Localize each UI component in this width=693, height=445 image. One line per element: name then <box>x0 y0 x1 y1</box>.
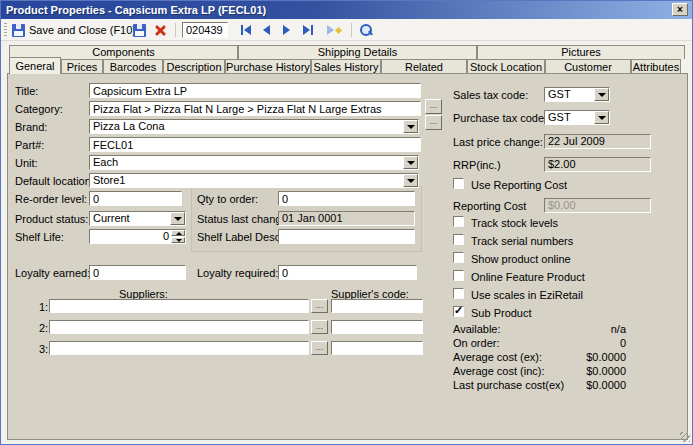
tab-general[interactable]: General <box>9 57 61 74</box>
save-and-close-button[interactable]: Save and Close (F10) <box>9 21 139 39</box>
record-number-input[interactable] <box>182 22 228 38</box>
search-icon <box>359 23 373 37</box>
tab-description[interactable]: Description <box>163 59 225 74</box>
save-icon <box>133 24 146 37</box>
first-record-button[interactable] <box>241 23 251 37</box>
supplier-3-browse-button[interactable]: ... <box>311 341 328 355</box>
average-cost-inc-label: Average cost (inc): <box>453 365 545 377</box>
next-record-button[interactable] <box>283 23 290 37</box>
tab-related-products[interactable]: Related Products <box>381 59 467 74</box>
loyalty-earned-label: Loyalty earned: <box>15 267 90 279</box>
brand-browse-button[interactable]: ... <box>425 115 442 130</box>
close-icon[interactable]: × <box>672 3 688 16</box>
online-feature-product-label: Online Feature Product <box>471 271 585 283</box>
last-price-change-value: 22 Jul 2009 <box>544 134 651 149</box>
chevron-down-icon[interactable] <box>594 111 609 124</box>
spinner-buttons[interactable] <box>171 230 185 243</box>
status-last-changed-value: 01 Jan 0001 <box>278 211 415 226</box>
checkmark-icon: ✓ <box>454 304 463 317</box>
supplier-1-number: 1: <box>39 301 48 313</box>
sales-tax-code-select[interactable]: GST <box>544 87 610 102</box>
loyalty-required-input[interactable] <box>278 265 417 280</box>
spin-down-icon <box>171 237 185 243</box>
supplier-2-browse-button[interactable]: ... <box>311 320 328 334</box>
average-cost-ex-label: Average cost (ex): <box>453 351 542 363</box>
delete-button[interactable] <box>151 21 170 39</box>
chevron-down-icon[interactable] <box>403 174 418 187</box>
save-icon <box>12 24 25 37</box>
online-feature-product-checkbox[interactable] <box>453 270 464 281</box>
qty-to-order-input[interactable] <box>278 191 415 206</box>
tab-prices[interactable]: Prices <box>61 59 103 74</box>
tab-strip-main: General Prices Barcodes Description Purc… <box>9 58 681 74</box>
chevron-down-icon[interactable] <box>403 120 418 133</box>
tab-stock-location[interactable]: Stock Location <box>467 59 545 74</box>
supplier-1-input[interactable] <box>49 299 309 313</box>
brand-label: Brand: <box>15 121 47 133</box>
tab-shipping-details[interactable]: Shipping Details <box>238 45 477 59</box>
last-record-button[interactable] <box>303 23 313 37</box>
title-input[interactable] <box>89 83 421 98</box>
default-location-select[interactable]: Store1 <box>89 173 419 188</box>
on-order-label: On order: <box>453 337 499 349</box>
loyalty-earned-input[interactable] <box>89 265 186 280</box>
search-button[interactable] <box>356 21 376 39</box>
part-number-label: Part#: <box>15 139 44 151</box>
purchase-tax-code-select[interactable]: GST <box>544 110 610 125</box>
track-stock-levels-checkbox[interactable] <box>453 216 464 227</box>
on-order-value: 0 <box>540 337 626 349</box>
title-label: Title: <box>15 85 38 97</box>
unit-select[interactable]: Each <box>89 155 419 170</box>
product-status-label: Product status: <box>15 213 88 225</box>
product-status-select[interactable]: Current <box>89 211 186 226</box>
toolbar: Save and Close (F10) <box>1 19 692 41</box>
previous-record-button[interactable] <box>263 23 270 37</box>
spin-up-icon <box>171 230 185 236</box>
average-cost-ex-value: $0.0000 <box>540 351 626 363</box>
tab-customer-pricing[interactable]: Customer Pricing <box>545 59 631 74</box>
brand-select[interactable]: Pizza La Cona <box>89 119 419 134</box>
unit-label: Unit: <box>15 157 38 169</box>
toolbar-separator <box>351 23 352 37</box>
toolbar-grip[interactable] <box>4 23 7 37</box>
chevron-down-icon[interactable] <box>594 88 609 101</box>
track-serial-numbers-checkbox[interactable] <box>453 234 464 245</box>
category-browse-button[interactable]: ... <box>425 99 442 114</box>
supplier-3-input[interactable] <box>49 341 309 355</box>
show-product-online-checkbox[interactable] <box>453 252 464 263</box>
supplier-1-browse-button[interactable]: ... <box>311 299 328 313</box>
category-input[interactable] <box>89 101 421 116</box>
reorder-level-input[interactable] <box>89 191 182 206</box>
next-record-icon <box>283 25 290 35</box>
new-record-button[interactable] <box>327 23 341 37</box>
reporting-cost-label: Reporting Cost <box>453 200 526 212</box>
resize-grip[interactable] <box>680 432 690 442</box>
product-properties-window: Product Properties - Capsicum Extra LP (… <box>0 0 693 445</box>
tab-sales-history[interactable]: Sales History <box>311 59 381 74</box>
shelf-label-desc-input[interactable] <box>278 229 415 244</box>
save-button[interactable] <box>130 21 149 39</box>
show-product-online-label: Show product online <box>471 253 571 265</box>
tab-pictures[interactable]: Pictures <box>477 45 685 59</box>
save-and-close-label: Save and Close (F10) <box>29 24 136 36</box>
tab-attributes[interactable]: Attributes <box>631 59 681 74</box>
use-reporting-cost-label: Use Reporting Cost <box>471 179 567 191</box>
available-label: Available: <box>453 323 501 335</box>
supplier-3-code-input[interactable] <box>331 341 423 355</box>
supplier-3-number: 3: <box>39 343 48 355</box>
supplier-2-code-input[interactable] <box>331 320 423 334</box>
part-number-input[interactable] <box>89 137 421 152</box>
shelf-life-stepper[interactable]: 0 <box>89 229 186 244</box>
supplier-1-code-input[interactable] <box>331 299 423 313</box>
chevron-down-icon[interactable] <box>403 156 418 169</box>
sales-tax-code-label: Sales tax code: <box>453 89 528 101</box>
sub-product-checkbox[interactable]: ✓ <box>453 306 464 317</box>
tab-barcodes[interactable]: Barcodes <box>103 59 163 74</box>
tab-purchase-history[interactable]: Purchase History <box>225 59 311 74</box>
use-scales-checkbox[interactable] <box>453 288 464 299</box>
use-reporting-cost-checkbox[interactable] <box>453 178 464 189</box>
chevron-down-icon[interactable] <box>170 212 185 225</box>
last-purchase-cost-value: $0.0000 <box>540 379 626 391</box>
sub-product-label: Sub Product <box>471 307 532 319</box>
supplier-2-input[interactable] <box>49 320 309 334</box>
